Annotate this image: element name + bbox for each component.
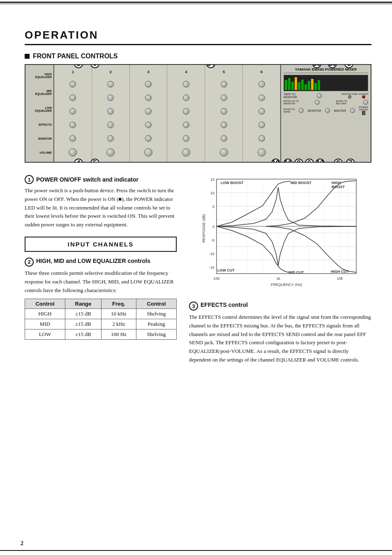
cell-high-range: ±15 dB xyxy=(65,309,101,319)
ch4-high-eq[interactable] xyxy=(183,81,189,88)
ch5-low-eq[interactable] xyxy=(221,108,227,115)
ch3-monitor[interactable] xyxy=(145,135,152,142)
ch4-num: 4 xyxy=(185,70,187,74)
ch5-monitor[interactable] xyxy=(221,135,227,142)
svg-text:5: 5 xyxy=(212,205,214,209)
power-body: The power switch is a push-button device… xyxy=(25,187,177,229)
ch4-mid-eq[interactable] xyxy=(183,94,189,101)
ch4-low-eq[interactable] xyxy=(183,108,189,115)
page: OPERATION FRONT PANEL CONTROLS 2 3 14 13… xyxy=(0,0,392,555)
ch1-high-eq[interactable] xyxy=(69,81,76,88)
ch3-high-eq[interactable] xyxy=(145,81,152,88)
svg-text:0: 0 xyxy=(212,225,214,229)
label-mid-eq: MIDEQUALIZER xyxy=(27,90,52,95)
ch5-num: 5 xyxy=(223,70,225,74)
cell-low-ctrl: LOW xyxy=(25,329,65,340)
operation-header: OPERATION xyxy=(25,29,371,45)
ch2-monitor[interactable] xyxy=(107,135,114,142)
ch5-high-eq[interactable] xyxy=(221,81,227,88)
label-monitor: MONITOR xyxy=(27,137,52,140)
eff-monitor-knob[interactable] xyxy=(315,100,320,105)
ann-10: 10 xyxy=(271,159,280,163)
col-header-control: Control xyxy=(25,299,65,309)
cell-high-type: Shelving xyxy=(136,309,176,319)
col-header-range: Range xyxy=(65,299,101,309)
ch4-monitor[interactable] xyxy=(183,135,189,142)
ch2-effects[interactable] xyxy=(107,122,114,128)
ch1-num: 1 xyxy=(72,70,74,74)
svg-text:RESPONSE (dB): RESPONSE (dB) xyxy=(202,214,206,243)
svg-text:-10: -10 xyxy=(209,252,214,256)
cell-low-freq: 100 Hz xyxy=(101,329,136,340)
bottom-rule xyxy=(0,550,392,551)
effects-section: 3 EFFECTS control The EFFECTS control de… xyxy=(189,302,371,364)
svg-text:HIGH CUT: HIGH CUT xyxy=(331,269,349,274)
channel-1: 1 xyxy=(54,65,92,162)
ch5-mid-eq[interactable] xyxy=(221,94,227,101)
eq-number: 2 xyxy=(25,258,34,267)
main-content: 1 POWER ON/OFF switch and indicator The … xyxy=(25,175,371,364)
svg-text:1k: 1k xyxy=(276,276,280,281)
tape-monitor-knob[interactable] xyxy=(317,93,322,98)
eq-graph-svg: 15 10 5 0 -5 -10 -15 RESPONSE (dB) 100 1… xyxy=(189,175,371,294)
ch4-effects[interactable] xyxy=(183,122,189,128)
ch3-volume[interactable] xyxy=(144,148,152,157)
ann-12: 12 xyxy=(316,159,325,163)
effects-title-text: EFFECTS control xyxy=(201,302,248,308)
ch1-effects[interactable] xyxy=(69,122,76,128)
power-title: 1 POWER ON/OFF switch and indicator xyxy=(25,175,177,184)
col-header-freq: Freq. xyxy=(101,299,136,309)
ch6-high-eq[interactable] xyxy=(258,81,265,88)
eff-return-knob[interactable] xyxy=(363,100,368,105)
channel-2: 2 xyxy=(92,65,130,162)
channel-6: 6 xyxy=(243,65,280,162)
eq-title: 2 HIGH, MID and LOW EQUALIZER controls xyxy=(25,258,177,267)
ch4-volume[interactable] xyxy=(182,148,190,157)
right-column: 15 10 5 0 -5 -10 -15 RESPONSE (dB) 100 1… xyxy=(189,175,371,364)
ch6-low-eq[interactable] xyxy=(258,108,265,115)
label-volume: VOLUME xyxy=(27,151,52,154)
ch6-effects[interactable] xyxy=(258,122,265,128)
top-decoration xyxy=(0,0,392,5)
ch1-mid-eq[interactable] xyxy=(69,94,76,101)
svg-text:FREQUENCY (Hz): FREQUENCY (Hz) xyxy=(271,283,302,287)
eq-table: Control Range Freq. Control HIGH ±15 dB … xyxy=(25,299,177,340)
eff-send-knob[interactable] xyxy=(299,108,304,113)
svg-text:MID BOOST: MID BOOST xyxy=(291,181,312,185)
ch2-mid-eq[interactable] xyxy=(107,94,114,101)
table-row: MID ±15 dB 2 kHz Peaking xyxy=(25,319,177,329)
channel-4: 4 xyxy=(167,65,205,162)
ch1-volume[interactable] xyxy=(69,148,77,157)
page-number: 2 xyxy=(21,540,23,547)
svg-text:LOW BOOST: LOW BOOST xyxy=(221,181,244,185)
ch1-low-eq[interactable] xyxy=(69,108,76,115)
col-header-control2: Control xyxy=(136,299,176,309)
ch2-high-eq[interactable] xyxy=(107,81,114,88)
ch2-volume[interactable] xyxy=(106,148,115,157)
ch6-num: 6 xyxy=(261,70,263,74)
label-effects: EFFECTS xyxy=(27,123,52,126)
mixer-right-panel: YAMAHA EMX60 POWERED MIXER TAPE TOMONITO… xyxy=(280,65,371,162)
input-channels-label: INPUT CHANNELS xyxy=(68,241,134,248)
effects-title: 3 EFFECTS control xyxy=(189,302,371,311)
ch1-monitor[interactable] xyxy=(69,135,76,142)
monitor-knob[interactable] xyxy=(325,108,330,113)
ch5-volume[interactable] xyxy=(220,148,228,157)
left-column: 1 POWER ON/OFF switch and indicator The … xyxy=(25,175,177,364)
ch2-low-eq[interactable] xyxy=(107,108,114,115)
ch6-volume[interactable] xyxy=(258,148,266,157)
svg-text:HIGH: HIGH xyxy=(332,181,341,185)
brand-label: YAMAHA EMX60 POWERED MIXER xyxy=(284,67,368,73)
ch5-effects[interactable] xyxy=(221,122,227,128)
eq-body: These three controls permit selective mo… xyxy=(25,269,177,295)
ch3-mid-eq[interactable] xyxy=(145,94,152,101)
channel-strips: 1 2 3 xyxy=(54,65,280,162)
ch6-monitor[interactable] xyxy=(258,135,265,142)
ch3-low-eq[interactable] xyxy=(145,108,152,115)
power-number: 1 xyxy=(25,175,34,184)
master-knob[interactable] xyxy=(350,108,355,113)
protection-power: PROTECTION POWER xyxy=(341,93,368,99)
front-panel-header: FRONT PANEL CONTROLS xyxy=(25,53,371,60)
ch6-mid-eq[interactable] xyxy=(258,94,265,101)
ch3-effects[interactable] xyxy=(145,122,152,128)
